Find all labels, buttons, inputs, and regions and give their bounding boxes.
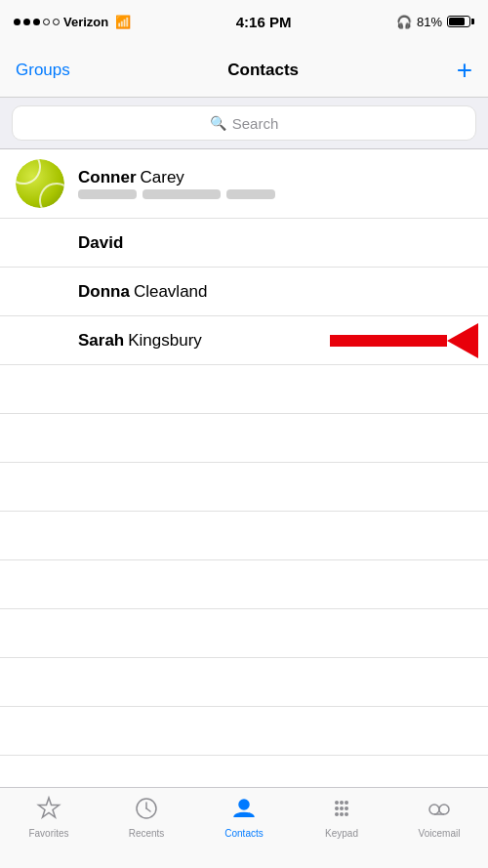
contact-item-donna[interactable]: Donna Cleavland	[0, 268, 488, 316]
contact-detail-blur-2	[142, 189, 221, 199]
contact-last-name: Carey	[141, 168, 184, 187]
groups-button[interactable]: Groups	[16, 61, 70, 80]
person-icon	[231, 796, 257, 825]
svg-point-10	[345, 806, 348, 810]
wifi-icon: 📶	[115, 15, 131, 29]
keypad-icon	[329, 796, 354, 825]
signal-dot-3	[33, 19, 40, 25]
contact-first-name-donna: Donna	[78, 282, 130, 302]
tab-favorites-label: Favorites	[28, 828, 68, 839]
empty-row-7	[0, 658, 488, 707]
contact-last-name-sarah: Kingsbury	[128, 331, 202, 351]
contact-item-sarah[interactable]: Sarah Kingsbury	[0, 316, 488, 365]
battery-tip	[471, 19, 474, 24]
tab-voicemail-label: Voicemail	[419, 828, 461, 839]
contact-sub-info	[78, 189, 472, 199]
search-icon: 🔍	[210, 115, 226, 131]
empty-row-6	[0, 609, 488, 658]
contact-detail-blur-3	[226, 189, 275, 199]
svg-point-8	[335, 806, 339, 810]
red-arrow-full	[330, 323, 478, 358]
empty-row-2	[0, 414, 488, 463]
empty-row-8	[0, 707, 488, 756]
tab-keypad[interactable]: Keypad	[293, 796, 390, 839]
svg-point-9	[340, 806, 344, 810]
contact-detail-blur-1	[78, 189, 137, 199]
empty-row-1	[0, 365, 488, 414]
tab-contacts[interactable]: Contacts	[195, 796, 293, 839]
annotation-arrow	[330, 323, 478, 358]
tennis-seam-2	[32, 176, 64, 208]
svg-point-4	[239, 800, 249, 809]
status-left: Verizon 📶	[14, 15, 131, 29]
status-bar: Verizon 📶 4:16 PM 🎧 81%	[0, 0, 488, 43]
main-content: Groups Contacts + 🔍 Search Conner Carey	[0, 43, 488, 787]
search-input[interactable]: 🔍 Search	[12, 105, 476, 141]
svg-point-13	[345, 812, 348, 816]
battery-icon	[447, 16, 474, 27]
tab-contacts-label: Contacts	[224, 828, 263, 839]
search-bar-container: 🔍 Search	[0, 98, 488, 149]
contact-info-conner: Conner Carey	[78, 168, 472, 199]
tab-keypad-label: Keypad	[325, 828, 358, 839]
contact-info-donna: Donna Cleavland	[16, 282, 472, 302]
contact-first-name: Conner	[78, 168, 137, 187]
avatar-conner-carey	[16, 159, 64, 208]
add-contact-button[interactable]: +	[457, 57, 472, 84]
empty-row-3	[0, 463, 488, 512]
carrier-label: Verizon	[63, 15, 108, 29]
empty-row-4	[0, 512, 488, 560]
contact-info-david: David	[16, 233, 472, 253]
battery-percent: 81%	[417, 15, 442, 29]
signal-dot-2	[23, 19, 30, 25]
tab-bar: Favorites Recents Contacts	[0, 787, 488, 868]
svg-point-11	[335, 812, 339, 816]
contact-list: Conner Carey David Donn	[0, 149, 488, 787]
contact-name-row: Conner Carey	[78, 168, 472, 187]
contact-last-name-donna: Cleavland	[134, 282, 208, 302]
battery-body	[447, 16, 470, 27]
signal-dot-4	[43, 19, 50, 25]
svg-point-7	[345, 801, 348, 805]
contact-first-name-david: David	[78, 233, 123, 253]
tennis-ball-avatar	[16, 159, 64, 208]
empty-row-5	[0, 560, 488, 609]
signal-dot-1	[14, 19, 20, 25]
svg-point-14	[429, 805, 439, 814]
svg-point-5	[335, 801, 339, 805]
svg-point-15	[439, 805, 449, 814]
contact-name-row-david: David	[78, 233, 472, 253]
tab-favorites[interactable]: Favorites	[0, 796, 98, 839]
status-time: 4:16 PM	[236, 14, 292, 30]
empty-row-9	[0, 756, 488, 787]
star-icon	[36, 796, 61, 825]
svg-line-3	[146, 808, 150, 811]
svg-marker-0	[39, 798, 60, 817]
contact-first-name-sarah: Sarah	[78, 331, 124, 351]
signal-dot-5	[53, 19, 60, 25]
contact-item-conner-carey[interactable]: Conner Carey	[0, 149, 488, 219]
nav-bar: Groups Contacts +	[0, 43, 488, 98]
tab-voicemail[interactable]: Voicemail	[390, 796, 488, 839]
status-right: 🎧 81%	[396, 15, 474, 29]
tennis-seam-1	[16, 159, 48, 191]
signal-strength	[14, 19, 60, 25]
battery-fill	[449, 18, 465, 25]
contact-item-david[interactable]: David	[0, 219, 488, 268]
arrow-shaft	[330, 335, 447, 347]
tab-recents-label: Recents	[129, 828, 165, 839]
voicemail-icon	[427, 796, 452, 825]
clock-icon	[134, 796, 159, 825]
svg-point-12	[340, 812, 344, 816]
search-placeholder: Search	[232, 115, 279, 132]
empty-rows	[0, 365, 488, 787]
svg-point-6	[340, 801, 344, 805]
contact-name-row-donna: Donna Cleavland	[78, 282, 472, 302]
tab-recents[interactable]: Recents	[98, 796, 195, 839]
arrow-head	[447, 323, 478, 358]
headphone-icon: 🎧	[396, 15, 412, 29]
page-title: Contacts	[227, 61, 299, 80]
